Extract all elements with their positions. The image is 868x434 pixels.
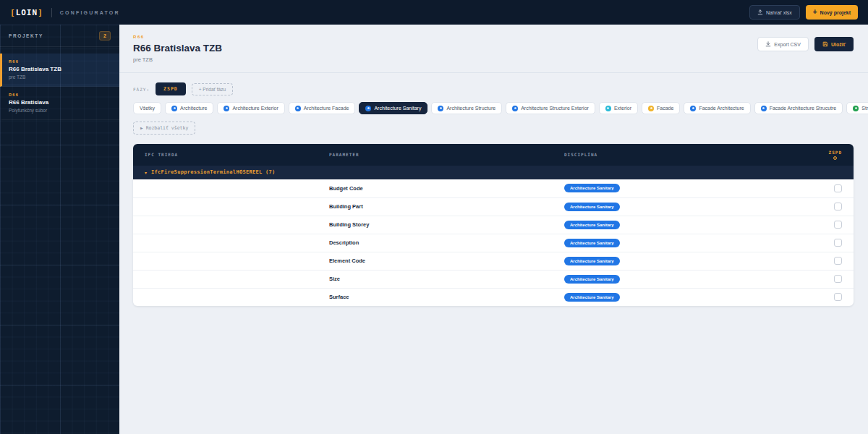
- row-checkbox[interactable]: [834, 203, 842, 210]
- discipline-dot-icon: [365, 106, 371, 111]
- row-checkbox[interactable]: [834, 275, 842, 283]
- project-code-label: R66: [133, 35, 222, 39]
- filter-chip-label: Architecture Structure Exterior: [521, 106, 589, 111]
- row-checkbox[interactable]: [834, 257, 842, 265]
- discipline-badge: Architecture Sanitary: [564, 221, 620, 229]
- page-subtitle: pre TZB: [133, 56, 222, 63]
- parameter-name: Budget Code: [329, 185, 564, 192]
- filter-chip-facade-architecture-strucutre[interactable]: Facade Architecture Strucutre: [754, 102, 843, 114]
- filter-chip-label: Facade: [657, 106, 673, 111]
- row-checkbox[interactable]: [834, 184, 842, 192]
- collapse-caret-icon: ▾: [145, 170, 147, 175]
- row-checkbox[interactable]: [834, 293, 842, 301]
- row-checkbox[interactable]: [834, 239, 842, 247]
- project-code: R66: [9, 93, 111, 97]
- filter-chip-label: Architecture Sanitary: [374, 106, 421, 111]
- expand-all-button[interactable]: ▶ Rozbaliť všetky: [133, 122, 195, 135]
- filter-chip-architecture-sanitary[interactable]: Architecture Sanitary: [359, 102, 427, 114]
- projects-list: R66 R66 Bratislava TZB pre TZB R66 R66 B…: [0, 47, 119, 120]
- filter-chip-architecture-exterior[interactable]: Architecture Exterior: [217, 102, 284, 114]
- projects-header: PROJEKTY 2: [0, 25, 119, 47]
- ifc-group-label: IfcFireSuppressionTerminalHOSEREEL (7): [151, 169, 276, 175]
- page-header: R66 R66 Bratislava TZB pre TZB Export CS…: [133, 35, 854, 63]
- zspd-select-all-icon[interactable]: [833, 156, 837, 160]
- discipline-dot-icon: [761, 106, 767, 111]
- filter-chip-architecture[interactable]: Architecture: [165, 102, 213, 114]
- discipline-dot-icon: [690, 106, 696, 111]
- logo-text: LOIN: [16, 8, 38, 17]
- app-logo: [ LOIN ]: [10, 8, 43, 17]
- play-icon: ▶: [140, 125, 143, 130]
- upload-icon: [757, 9, 763, 15]
- sidebar-project-r66-bratislava[interactable]: R66 R66 Bratislava Polyfunkčný súbor: [0, 87, 119, 120]
- upload-label: Nahrať xlsx: [766, 10, 792, 15]
- page-title: R66 Bratislava TZB: [133, 43, 222, 54]
- discipline-badge: Architecture Sanitary: [564, 239, 620, 247]
- filter-chip-structure[interactable]: Structure: [846, 102, 868, 114]
- export-csv-button[interactable]: Export CSV: [757, 37, 809, 51]
- discipline-badge: Architecture Sanitary: [564, 293, 620, 302]
- filter-chip-label: Architecture: [180, 106, 207, 111]
- project-name: R66 Bratislava TZB: [9, 66, 111, 72]
- discipline-badge: Architecture Sanitary: [564, 184, 620, 192]
- phases-label: FÁZY:: [133, 87, 150, 92]
- projects-label: PROJEKTY: [9, 33, 43, 38]
- filter-chip-label: Structure: [861, 106, 868, 111]
- project-subtitle: pre TZB: [9, 75, 111, 80]
- column-parameter: PARAMETER: [329, 152, 564, 157]
- project-subtitle: Polyfunkčný súbor: [9, 108, 111, 113]
- discipline-badge: Architecture Sanitary: [564, 203, 620, 211]
- parameter-name: Building Storey: [329, 221, 564, 228]
- download-icon: [765, 41, 771, 47]
- parameter-name: Surface: [329, 294, 564, 300]
- new-project-button[interactable]: + Nový projekt: [806, 5, 858, 20]
- discipline-dot-icon: [171, 106, 177, 111]
- filter-chip-architecture-facade[interactable]: Architecture Facade: [289, 102, 356, 114]
- filter-chip-exterior[interactable]: Exterior: [599, 102, 638, 114]
- filter-chip-label: Facade Architecture Strucutre: [770, 106, 837, 111]
- discipline-badge: Architecture Sanitary: [564, 257, 620, 265]
- table-row: Surface Architecture Sanitary: [133, 288, 854, 306]
- discipline-dot-icon: [438, 106, 443, 111]
- phases-section: FÁZY: ZSPD + Pridať fázu: [133, 82, 854, 95]
- parameters-table: IFC TRIEDA PARAMETER DISCIPLÍNA ZSPD ▾ I…: [133, 144, 854, 306]
- filter-chip-facade-architecture[interactable]: Facade Architecture: [684, 102, 750, 114]
- column-disciplina: DISCIPLÍNA: [564, 152, 806, 157]
- discipline-dot-icon: [512, 106, 518, 111]
- parameter-name: Building Part: [329, 203, 564, 210]
- filter-chip-label: Architecture Exterior: [232, 106, 278, 111]
- filter-chip-label: Facade Architecture: [699, 106, 744, 111]
- sidebar-project-r66-bratislava-tzb[interactable]: R66 R66 Bratislava TZB pre TZB: [0, 54, 119, 87]
- main-content: R66 R66 Bratislava TZB pre TZB Export CS…: [119, 25, 868, 434]
- table-row: Element Code Architecture Sanitary: [133, 252, 854, 270]
- upload-xlsx-button[interactable]: Nahrať xlsx: [749, 5, 800, 20]
- column-zspd[interactable]: ZSPD: [829, 150, 842, 160]
- filter-chip-architecture-structure[interactable]: Architecture Structure: [431, 102, 502, 114]
- row-checkbox[interactable]: [834, 221, 842, 229]
- save-button[interactable]: Uložiť: [814, 37, 854, 51]
- plus-icon: +: [813, 9, 817, 16]
- parameter-name: Element Code: [329, 258, 564, 264]
- filter-chip-label: Exterior: [614, 106, 631, 111]
- column-ifc-trieda: IFC TRIEDA: [145, 152, 329, 157]
- add-phase-button[interactable]: + Pridať fázu: [192, 83, 233, 95]
- filter-chip-facade[interactable]: Facade: [642, 102, 680, 114]
- discipline-dot-icon: [224, 106, 229, 111]
- app-name: CONFIGURATOR: [60, 10, 120, 15]
- discipline-dot-icon: [605, 106, 611, 111]
- table-row: Building Storey Architecture Sanitary: [133, 216, 854, 234]
- filter-chip-label: Architecture Facade: [304, 106, 349, 111]
- ifc-group-row[interactable]: ▾ IfcFireSuppressionTerminalHOSEREEL (7): [133, 166, 854, 179]
- zspd-column-label: ZSPD: [829, 150, 842, 155]
- discipline-filter-bar: Všetky Architecture Architecture Exterio…: [133, 102, 854, 114]
- filter-chip-v-etky[interactable]: Všetky: [133, 102, 161, 114]
- expand-all-label: Rozbaliť všetky: [146, 125, 189, 131]
- project-name: R66 Bratislava: [9, 99, 111, 106]
- parameter-name: Description: [329, 239, 564, 246]
- phase-chip-zspd[interactable]: ZSPD: [156, 82, 186, 95]
- table-row: Size Architecture Sanitary: [133, 270, 854, 288]
- topbar: [ LOIN ] CONFIGURATOR Nahrať xlsx + Nový…: [0, 0, 868, 25]
- table-row: Description Architecture Sanitary: [133, 234, 854, 252]
- filter-chip-architecture-structure-exterior[interactable]: Architecture Structure Exterior: [506, 102, 595, 114]
- discipline-dot-icon: [295, 106, 301, 111]
